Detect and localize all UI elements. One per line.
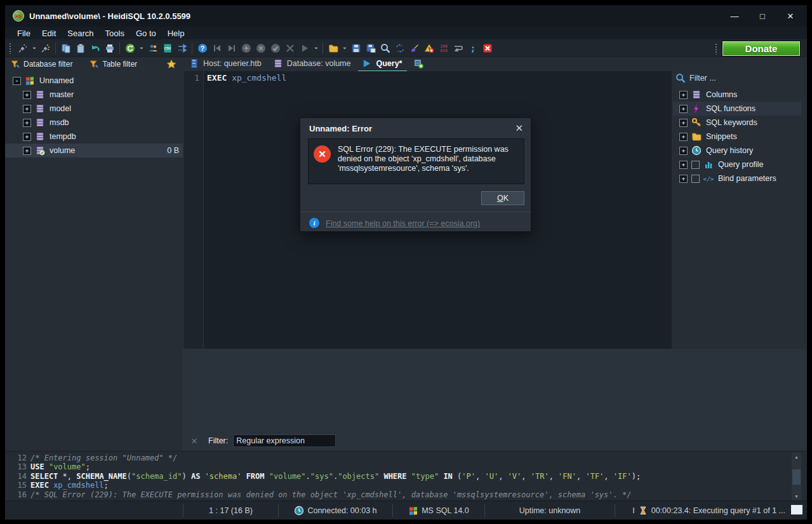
- helper-item-query-profile[interactable]: +Query profile: [673, 158, 801, 171]
- replace-text-icon[interactable]: [392, 41, 407, 56]
- expander-icon[interactable]: +: [679, 105, 688, 113]
- log-scrollbar[interactable]: ▲ ▼: [792, 453, 801, 500]
- ok-button[interactable]: OK: [481, 191, 524, 205]
- undo-icon[interactable]: [88, 41, 102, 56]
- delete-row-icon[interactable]: [253, 41, 268, 56]
- helper-item-label: Bind parameters: [718, 174, 776, 183]
- expander-icon[interactable]: +: [23, 105, 31, 113]
- help-link[interactable]: Find some help on this error (=> ecosia.…: [326, 219, 480, 228]
- helper-item-query-history[interactable]: +Query history: [673, 144, 801, 158]
- expander-icon[interactable]: +: [23, 91, 31, 99]
- save-sql-icon[interactable]: [349, 41, 363, 56]
- execute-sql-icon[interactable]: [297, 41, 312, 56]
- tab-query[interactable]: Query*: [357, 57, 408, 71]
- helper-item-columns[interactable]: +Columns: [673, 88, 801, 102]
- refresh-dropdown-icon[interactable]: [137, 41, 145, 56]
- status-segment-3: MS SQL 14.0: [392, 504, 484, 517]
- query-helpers-tree: +Columns+SQL functions+SQL keywords+Snip…: [673, 88, 801, 185]
- post-changes-icon[interactable]: [268, 41, 283, 56]
- expander-icon[interactable]: +: [679, 133, 688, 141]
- minimize-button[interactable]: —: [721, 7, 749, 25]
- checkbox[interactable]: [691, 175, 700, 183]
- user-manager-icon[interactable]: [145, 41, 160, 56]
- helper-item-bind-parameters[interactable]: +</>Bind parameters: [673, 171, 801, 185]
- helpers-filter-box[interactable]: Filter ...: [673, 71, 801, 85]
- kill-process-icon[interactable]: [480, 41, 495, 56]
- insert-row-icon[interactable]: [239, 41, 253, 56]
- execute-dropdown-icon[interactable]: [312, 41, 320, 56]
- tab-host-querier-htb[interactable]: Host: querier.htb: [184, 57, 268, 71]
- paste-icon[interactable]: [73, 41, 88, 56]
- tree-item-unnamed[interactable]: -Unnamed: [5, 74, 183, 88]
- expander-icon[interactable]: +: [679, 119, 688, 127]
- close-button[interactable]: ✕: [776, 7, 804, 25]
- save-sql-as-icon[interactable]: [363, 41, 378, 56]
- binary-view-icon[interactable]: 100010: [436, 41, 451, 56]
- semicolon-delimiter-icon[interactable]: ;: [465, 41, 480, 56]
- database-filter-tab[interactable]: Database filter: [10, 59, 72, 69]
- menu-edit[interactable]: Edit: [36, 27, 62, 39]
- maximize-button[interactable]: □: [749, 7, 776, 25]
- tree-item-volume[interactable]: +volume0 B: [5, 144, 183, 158]
- log-filter-input[interactable]: [233, 434, 336, 447]
- print-icon[interactable]: [102, 41, 117, 56]
- stop-on-errors-icon[interactable]: [422, 41, 436, 56]
- goto-first-icon[interactable]: [210, 41, 224, 56]
- tab-database-volume[interactable]: Database: volume: [268, 57, 357, 71]
- tree-item-model[interactable]: +model: [5, 102, 183, 116]
- tree-item-master[interactable]: +master: [5, 88, 183, 102]
- expander-icon[interactable]: +: [23, 133, 31, 141]
- expander-icon[interactable]: -: [13, 77, 21, 85]
- expander-icon[interactable]: +: [679, 91, 688, 99]
- expander-icon[interactable]: +: [679, 161, 688, 169]
- copy-icon[interactable]: [58, 41, 73, 56]
- session-connect-icon[interactable]: [15, 41, 30, 56]
- menu-go-to[interactable]: Go to: [130, 27, 162, 39]
- clear-filter-icon[interactable]: ✕: [188, 436, 201, 446]
- cancel-editing-icon[interactable]: [283, 41, 297, 56]
- load-sql-file-icon[interactable]: [326, 41, 340, 56]
- expander-icon[interactable]: +: [23, 119, 31, 127]
- menu-tools[interactable]: Tools: [100, 27, 130, 39]
- menu-search[interactable]: Search: [62, 27, 99, 39]
- helper-item-sql-keywords[interactable]: +SQL keywords: [673, 116, 801, 130]
- session-disconnect-icon[interactable]: [38, 41, 53, 56]
- session-connect-dropdown-icon[interactable]: [30, 41, 38, 56]
- clear-query-icon[interactable]: [407, 41, 422, 56]
- toolbar-grip[interactable]: [9, 43, 12, 54]
- winlogo-icon: [25, 76, 35, 86]
- log-line-number: 13: [5, 462, 30, 471]
- scroll-down-icon[interactable]: ▼: [792, 492, 801, 500]
- goto-last-icon[interactable]: [224, 41, 239, 56]
- tree-item-tempdb[interactable]: +tempdb: [5, 130, 183, 144]
- menu-help[interactable]: Help: [162, 27, 190, 39]
- donate-grip[interactable]: [715, 43, 718, 55]
- svg-text:?: ?: [200, 44, 204, 52]
- expander-icon[interactable]: +: [23, 147, 31, 155]
- table-filter-tab[interactable]: Table filter: [89, 59, 137, 69]
- expander-icon[interactable]: +: [679, 147, 688, 155]
- favorites-star-icon[interactable]: [166, 59, 176, 69]
- find-text-icon[interactable]: [378, 41, 392, 56]
- scrollbar-thumb[interactable]: [792, 469, 801, 485]
- clock-icon: [691, 145, 702, 156]
- new-query-tab-button[interactable]: [408, 57, 430, 71]
- donate-button[interactable]: Donate: [722, 41, 801, 57]
- menu-file[interactable]: File: [11, 27, 36, 39]
- helper-item-snippets[interactable]: +Snippets: [673, 130, 801, 144]
- status-segment-5: I00:00:23.4: Executing query #1 of 1 ...: [615, 504, 807, 517]
- status-segment-2: Connected: 00:03 h: [278, 504, 392, 517]
- bulk-editor-icon[interactable]: [175, 41, 189, 56]
- help-icon[interactable]: ?: [195, 41, 210, 56]
- load-file-dropdown-icon[interactable]: [340, 41, 349, 56]
- scroll-up-icon[interactable]: ▲: [792, 453, 801, 460]
- helper-item-sql-functions[interactable]: +SQL functions: [673, 102, 801, 116]
- toolbar-separator: [119, 43, 120, 54]
- refresh-icon[interactable]: [123, 41, 137, 56]
- checkbox[interactable]: [691, 161, 700, 169]
- wrap-lines-icon[interactable]: [451, 41, 465, 56]
- tree-item-msdb[interactable]: +msdb: [5, 116, 183, 130]
- dialog-close-icon[interactable]: ✕: [515, 123, 523, 134]
- export-csv-icon[interactable]: CSV: [160, 41, 175, 56]
- expander-icon[interactable]: +: [679, 175, 688, 183]
